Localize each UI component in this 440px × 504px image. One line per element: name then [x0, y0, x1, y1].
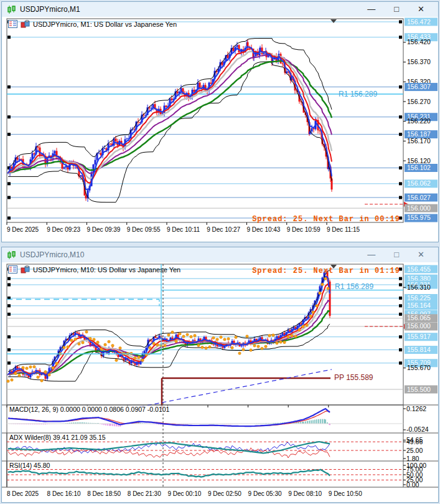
- time-axis-label: 9 Dec 10:59: [287, 226, 321, 233]
- svg-text:156.270: 156.270: [407, 98, 431, 105]
- svg-text:156.170: 156.170: [407, 137, 431, 145]
- time-axis-label: 9 Dec 10:43: [247, 226, 281, 233]
- svg-text:155.670: 155.670: [407, 364, 431, 371]
- svg-text:156.420: 156.420: [407, 38, 431, 45]
- time-axis-label: 9 Dec 11:15: [327, 226, 360, 233]
- time-axis-label: 9 Dec 10:11: [167, 226, 200, 233]
- svg-text:25.00: 25.00: [406, 447, 423, 454]
- svg-text:156.310: 156.310: [407, 283, 431, 291]
- time-axis-label: 9 Dec 09:23: [47, 226, 80, 233]
- time-axis-label: 8 Dec 18:50: [87, 490, 121, 497]
- close-button[interactable]: ✕: [418, 247, 424, 262]
- time-axis-label: 9 Dec 10:50: [329, 490, 362, 497]
- m1-time-axis: 9 Dec 20259 Dec 09:239 Dec 09:399 Dec 09…: [2, 226, 439, 235]
- svg-text:156.120: 156.120: [407, 157, 431, 164]
- minimize-button[interactable]: —: [367, 247, 375, 262]
- svg-text:0.1262: 0.1262: [406, 405, 426, 412]
- candlestick-chart-icon: [7, 251, 16, 259]
- svg-text:156.000: 156.000: [407, 204, 431, 212]
- svg-text:156.000: 156.000: [407, 322, 431, 330]
- svg-text:156.062: 156.062: [407, 179, 431, 187]
- svg-text:155.975: 155.975: [407, 214, 431, 221]
- svg-text:49.66: 49.66: [406, 438, 423, 445]
- svg-text:156.370: 156.370: [407, 58, 431, 65]
- mdi-workspace: { "m1_window": { "title": "USDJPYmicro,M…: [0, 0, 440, 504]
- maximize-button[interactable]: □: [394, 247, 399, 262]
- m1-titlebar[interactable]: USDJPYmicro,M1 — □ ✕: [2, 2, 438, 17]
- time-axis-label: 8 Dec 16:10: [47, 490, 81, 497]
- svg-text:156.065: 156.065: [407, 314, 431, 321]
- time-axis-label: 8 Dec 2025: [7, 490, 39, 497]
- m10-chart-canvas[interactable]: 156.455156.380156.331156.310156.225156.1…: [2, 262, 438, 502]
- svg-text:156.455: 156.455: [407, 265, 431, 273]
- svg-text:156.102: 156.102: [407, 164, 431, 171]
- svg-text:156.472: 156.472: [407, 18, 431, 26]
- svg-text:0.00: 0.00: [406, 481, 419, 488]
- svg-text:156.220: 156.220: [407, 117, 431, 125]
- time-axis-label: 9 Dec 02:50: [208, 490, 241, 497]
- svg-text:156.164: 156.164: [407, 302, 431, 309]
- chart-window-m10[interactable]: USDJPYmicro,M10 — □ ✕ 156.455156.380156.…: [1, 247, 439, 503]
- minimize-button[interactable]: —: [367, 2, 375, 17]
- time-axis-label: 8 Dec 21:30: [128, 490, 161, 497]
- svg-text:155.814: 155.814: [407, 346, 431, 353]
- candlestick-chart-icon: [7, 6, 16, 14]
- window-title: USDJPYmicro,M10: [20, 250, 84, 259]
- time-axis-label: 9 Dec 10:27: [207, 226, 240, 233]
- time-axis-label: 9 Dec 00:10: [167, 490, 201, 497]
- svg-text:-0.0524: -0.0524: [406, 426, 429, 433]
- time-axis-label: 9 Dec 2025: [7, 226, 39, 233]
- svg-text:156.307: 156.307: [407, 83, 431, 90]
- svg-text:156.027: 156.027: [407, 194, 431, 201]
- m1-chart-canvas[interactable]: 156.472156.433156.420156.370156.320156.3…: [2, 17, 438, 242]
- time-axis-label: 9 Dec 09:39: [87, 226, 121, 233]
- close-button[interactable]: ✕: [418, 2, 424, 17]
- m10-titlebar[interactable]: USDJPYmicro,M10 — □ ✕: [2, 247, 438, 262]
- maximize-button[interactable]: □: [394, 2, 399, 17]
- svg-text:155.917: 155.917: [407, 333, 431, 340]
- time-axis-label: 9 Dec 08:10: [288, 490, 322, 497]
- svg-text:155.500: 155.500: [407, 386, 431, 393]
- svg-text:156.225: 156.225: [407, 294, 431, 302]
- time-axis-label: 9 Dec 05:30: [248, 490, 282, 497]
- m10-time-axis: 8 Dec 20258 Dec 16:108 Dec 18:508 Dec 21…: [2, 490, 439, 499]
- window-title: USDJPYmicro,M1: [20, 5, 80, 14]
- time-axis-label: 9 Dec 09:55: [127, 226, 161, 233]
- chart-window-m1[interactable]: USDJPYmicro,M1 — □ ✕ 156.472156.433156.4…: [1, 1, 439, 242]
